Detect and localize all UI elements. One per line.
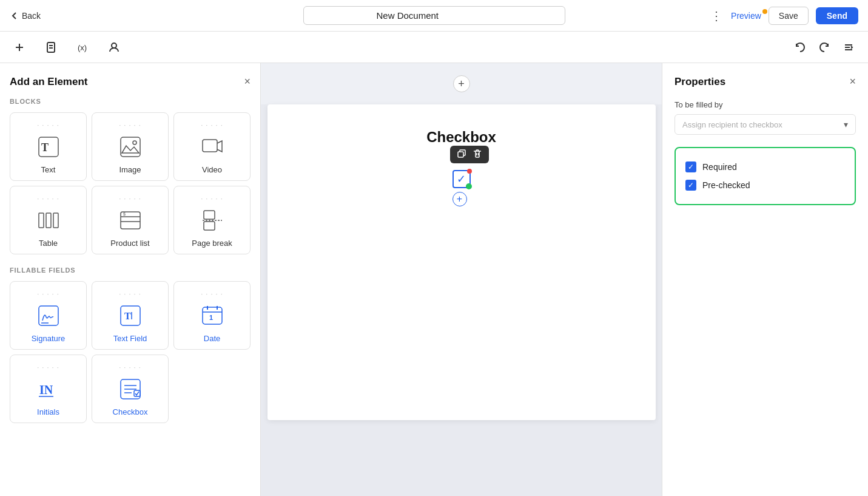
prechecked-checkmark: ✓ — [688, 181, 694, 189]
product-list-block-label: Product list — [110, 239, 149, 248]
svg-rect-20 — [204, 222, 215, 230]
initials-field-label: Initials — [37, 407, 59, 416]
back-label: Back — [22, 11, 41, 21]
svg-point-10 — [133, 141, 136, 144]
svg-text:T: T — [41, 141, 49, 154]
panel-close-button[interactable]: × — [244, 75, 251, 88]
date-field-icon: 1 — [199, 302, 226, 329]
prechecked-checkbox[interactable]: ✓ — [685, 180, 696, 191]
checkbox-field-icon — [117, 376, 144, 403]
required-label: Required — [702, 162, 737, 172]
checkbox-field-label: Checkbox — [113, 407, 148, 416]
save-button[interactable]: Save — [769, 7, 809, 25]
svg-rect-14 — [53, 213, 58, 228]
canvas-add-top: + — [261, 63, 662, 104]
canvas-add-top-button[interactable]: + — [453, 75, 470, 92]
field-initials[interactable]: · · · · · IN Initials — [10, 355, 87, 423]
svg-rect-38 — [134, 390, 140, 396]
svg-rect-12 — [39, 213, 44, 228]
page-break-block-label: Page break — [192, 239, 232, 248]
document-title-wrap — [303, 6, 565, 25]
drag-handle: · · · · · — [37, 364, 59, 371]
topbar: Back ⋮ Preview Save Send — [0, 0, 868, 32]
panel-header: Add an Element × — [10, 75, 251, 88]
right-panel-close-button[interactable]: × — [849, 75, 856, 88]
copy-element-button[interactable] — [455, 148, 468, 161]
table-block-icon — [35, 207, 62, 234]
product-list-block-icon: $ — [117, 207, 144, 234]
drag-handle: · · · · · — [201, 195, 223, 202]
send-button[interactable]: Send — [816, 7, 858, 24]
block-page-break[interactable]: · · · · · Page break — [173, 186, 251, 254]
svg-rect-11 — [203, 140, 217, 152]
svg-text:(x): (x) — [78, 43, 87, 52]
drag-handle: · · · · · — [37, 121, 59, 129]
video-block-icon — [199, 134, 226, 160]
signature-field-label: Signature — [32, 334, 66, 343]
assign-recipient-dropdown[interactable]: Assign recipient to checkbox ▾ — [675, 114, 856, 135]
drag-handle: · · · · · — [201, 121, 223, 129]
checkbox-checkmark: ✓ — [457, 172, 466, 186]
document-icon-button[interactable] — [41, 38, 61, 57]
right-panel-header: Properties × — [675, 75, 856, 88]
svg-text:1: 1 — [209, 314, 213, 321]
undo-button[interactable] — [790, 38, 810, 57]
required-checkmark: ✓ — [688, 163, 694, 171]
canvas-area: + Checkbox — [261, 63, 662, 496]
main-layout: Add an Element × BLOCKS · · · · · T Text… — [0, 63, 868, 496]
redo-button[interactable] — [815, 38, 834, 57]
more-options-button[interactable]: ⋮ — [710, 8, 724, 23]
topbar-right: ⋮ Preview Save Send — [710, 7, 858, 25]
video-block-label: Video — [202, 165, 222, 174]
add-below-button[interactable]: + — [453, 192, 467, 206]
add-block-button[interactable] — [10, 38, 29, 57]
canvas-page: Checkbox — [267, 104, 656, 420]
block-image[interactable]: · · · · · Image — [92, 112, 169, 181]
delete-element-button[interactable] — [471, 148, 484, 161]
field-date[interactable]: · · · · · 1 Date — [173, 281, 251, 350]
signature-field-icon — [35, 302, 62, 329]
svg-text:$: $ — [123, 212, 126, 216]
fillable-section-label: FILLABLE FIELDS — [10, 267, 251, 274]
drag-handle: · · · · · — [37, 195, 59, 202]
to-be-filled-label: To be filled by — [675, 100, 856, 109]
block-text[interactable]: · · · · · T Text — [10, 112, 87, 181]
preview-button[interactable]: Preview — [731, 11, 761, 21]
text-block-icon: T — [35, 134, 62, 160]
prechecked-row: ✓ Pre-checked — [685, 176, 845, 194]
right-panel-title: Properties — [675, 76, 725, 88]
compare-button[interactable] — [839, 38, 858, 57]
svg-rect-9 — [121, 137, 140, 157]
field-text-field[interactable]: · · · · · T Text Field — [92, 281, 169, 350]
element-toolbar — [450, 146, 489, 163]
svg-rect-13 — [46, 213, 51, 228]
right-panel: Properties × To be filled by Assign reci… — [662, 63, 868, 496]
checkbox-interactive-field[interactable]: ✓ — [453, 170, 471, 188]
required-checkbox[interactable]: ✓ — [685, 161, 696, 172]
page-break-block-icon — [199, 207, 226, 234]
image-block-label: Image — [119, 165, 141, 174]
assign-indicator — [466, 183, 472, 189]
secondary-toolbar: (x) — [0, 32, 868, 63]
field-signature[interactable]: · · · · · Signature — [10, 281, 87, 350]
variables-icon-button[interactable]: (x) — [73, 38, 92, 57]
text-block-label: Text — [41, 165, 56, 174]
svg-rect-19 — [204, 211, 215, 219]
dropdown-chevron-icon: ▾ — [844, 120, 848, 129]
toolbar2-right — [790, 38, 858, 57]
svg-text:IN: IN — [39, 383, 53, 396]
document-title-input[interactable] — [303, 6, 565, 25]
block-video[interactable]: · · · · · Video — [173, 112, 251, 181]
recipients-icon-button[interactable] — [104, 38, 124, 57]
back-button[interactable]: Back — [10, 11, 41, 21]
block-product-list[interactable]: · · · · · $ Product list — [92, 186, 169, 254]
blocks-section-label: BLOCKS — [10, 98, 251, 105]
drag-handle: · · · · · — [201, 290, 223, 297]
preview-dot — [762, 9, 767, 14]
blocks-grid: · · · · · T Text · · · · · — [10, 112, 251, 254]
svg-rect-22 — [39, 306, 58, 325]
drag-handle: · · · · · — [119, 195, 141, 202]
field-checkbox[interactable]: · · · · · Checkbox — [92, 355, 169, 423]
block-table[interactable]: · · · · · Table — [10, 186, 87, 254]
drag-handle: · · · · · — [119, 121, 141, 129]
